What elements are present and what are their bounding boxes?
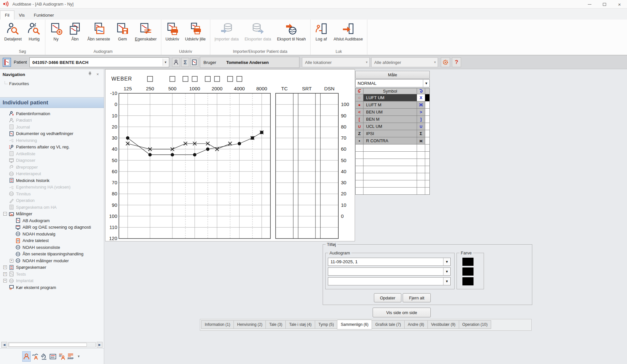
symbol-name-cell[interactable]: UCL UM xyxy=(363,123,417,130)
tab-tymp-5-[interactable]: Tymp (5) xyxy=(315,320,337,329)
microscope-icon[interactable] xyxy=(40,351,48,362)
symbol-row-empty[interactable] xyxy=(356,173,429,180)
summary-button[interactable]: Σ xyxy=(181,58,189,67)
weber-checkbox-750[interactable] xyxy=(183,76,188,82)
department-dropdown-icon[interactable]: ▼ xyxy=(432,61,438,64)
tab-henvisning-2-[interactable]: Henvisning (2) xyxy=(233,320,266,329)
ribbon-button-egenskaber[interactable]: Egenskaber xyxy=(132,20,160,49)
sidebar-item-noah-målinger-moduler[interactable]: +NOAH målinger moduler xyxy=(0,257,104,264)
sidebar-item-spørgeskemaer[interactable]: +Spørgeskemaer xyxy=(0,264,104,271)
ribbon-button-ny[interactable]: Ny xyxy=(47,20,66,49)
audiogram-select-1[interactable]: 11-09-2025, 1▼ xyxy=(328,258,451,266)
sidebar-item-ab-audiogram[interactable]: AB Audiogram xyxy=(0,217,104,224)
collapse-icon[interactable]: − xyxy=(3,212,7,216)
expand-icon[interactable]: + xyxy=(10,259,13,263)
symbol-name-cell[interactable]: BEN M xyxy=(363,116,417,123)
ribbon-button-detaljeret[interactable]: Detaljeret xyxy=(1,20,25,49)
settings-button[interactable] xyxy=(441,57,450,67)
symbol-name-cell[interactable]: IPSI xyxy=(363,130,417,137)
sidebar-item-favourites[interactable]: Favourites xyxy=(0,80,104,87)
close-panel-icon[interactable]: × xyxy=(95,72,101,77)
symbol-name-cell[interactable]: LUFT UM xyxy=(363,94,417,101)
symbol-row-ben-um[interactable]: <BEN UM> xyxy=(356,109,429,116)
department-filter-select[interactable]: Alle afdelinger ▼ xyxy=(371,57,438,67)
ribbon-button-åbn[interactable]: Åbn xyxy=(66,20,85,49)
expand-icon[interactable]: + xyxy=(3,272,7,276)
patient-icon[interactable] xyxy=(22,351,31,362)
weber-checkbox-3000[interactable] xyxy=(228,76,233,82)
patient-card-icon[interactable] xyxy=(49,351,57,362)
dropdown-icon[interactable]: ▼ xyxy=(443,278,450,285)
scrollbar-track[interactable] xyxy=(8,342,96,347)
help-button[interactable]: ? xyxy=(452,57,461,67)
ribbon-button-gem[interactable]: Gem xyxy=(113,20,132,49)
expand-icon[interactable]: + xyxy=(3,279,7,282)
symbol-name-cell[interactable]: LUFT M xyxy=(363,101,417,109)
location-dropdown-icon[interactable]: ▼ xyxy=(364,61,369,64)
tab-funktioner[interactable]: Funktioner xyxy=(29,10,58,20)
dropdown-icon[interactable]: ▼ xyxy=(443,268,450,275)
audiogram-select-3[interactable]: ▼ xyxy=(328,277,451,285)
sidebar-item-åbn-seneste-tilpasningshandling[interactable]: Åbn seneste tilpasningshandling xyxy=(0,251,104,258)
tab-sammenlign-6-[interactable]: Sammenlign (6) xyxy=(337,320,372,329)
symbol-row-ipsi[interactable]: ZIPSIΣ xyxy=(356,130,429,137)
color-swatch-1[interactable] xyxy=(462,258,474,266)
weber-checkbox-1000[interactable] xyxy=(192,76,197,82)
patient-window-icon[interactable] xyxy=(3,57,11,68)
symbol-row-r-contra[interactable]: •R CONTRAж xyxy=(356,137,429,144)
symbol-row-empty[interactable] xyxy=(356,166,429,173)
referral-icon[interactable] xyxy=(31,351,40,362)
close-button[interactable]: × xyxy=(612,0,627,8)
sidebar-item-abr-og-oae-screening-og-diagnosti[interactable]: ABR og OAE screening og diagnosti xyxy=(0,224,104,231)
ribbon-button-eksporter-data[interactable]: Eksporter data xyxy=(242,20,274,49)
tab-vis[interactable]: Vis xyxy=(14,10,29,20)
sidebar-item-målinger[interactable]: −Målinger xyxy=(0,211,104,218)
symbol-row-ben-m[interactable]: [BEN M] xyxy=(356,116,429,123)
more-tools-icon[interactable]: ▼ xyxy=(77,355,80,358)
tab-operation-10-[interactable]: Operation (10) xyxy=(459,320,491,329)
symbol-row-empty[interactable] xyxy=(356,180,429,188)
clear-all-button[interactable]: Fjern alt xyxy=(403,293,431,302)
tab-grafisk-tale-7-[interactable]: Grafisk tale (7) xyxy=(372,320,405,329)
pin-icon[interactable] xyxy=(87,72,93,77)
side-by-side-button[interactable]: Vis side om side xyxy=(373,308,431,317)
ribbon-button-udskriv[interactable]: Udskriv xyxy=(163,20,182,49)
color-swatch-3[interactable] xyxy=(462,277,474,285)
scroll-right-icon[interactable]: ▶ xyxy=(97,342,103,348)
ribbon-button-importer-data[interactable]: Importer data xyxy=(212,20,242,49)
audiogram-doc-button[interactable] xyxy=(190,58,198,67)
weber-checkbox-500[interactable] xyxy=(170,76,175,82)
ribbon-button-åbn-seneste[interactable]: Åbn seneste xyxy=(85,20,113,49)
sidebar-item-dokumenter-og-vedhæftninger[interactable]: Dokumenter og vedhæftninger xyxy=(0,130,104,137)
symbol-row-luft-m[interactable]: ●LUFT MЖ xyxy=(356,101,429,109)
patient-dropdown-icon[interactable]: ▼ xyxy=(163,59,168,66)
tab-andre-8-[interactable]: Andre (8) xyxy=(404,320,428,329)
patient-details-button[interactable] xyxy=(172,58,180,67)
sidebar-item-patientens-aftaler-og-vl-reg-[interactable]: Patientens aftaler og VL reg. xyxy=(0,144,104,151)
sidebar-item-andre-taletest[interactable]: Andre taletest xyxy=(0,237,104,244)
sidebar-item-noah-modulvalg[interactable]: NOAH modulvalg xyxy=(0,231,104,237)
ribbon-button-udskriv-lille[interactable]: Udskriv lille xyxy=(182,20,208,49)
journal-person-icon[interactable] xyxy=(57,351,66,362)
symbol-row-empty[interactable] xyxy=(356,152,429,159)
sidebar-item-medicinsk-historik[interactable]: Medicinsk historik xyxy=(0,177,104,184)
scroll-left-icon[interactable]: ◀ xyxy=(1,342,7,348)
ribbon-button-hurtig[interactable]: Hurtig xyxy=(25,20,44,49)
tab-vestibulær-9-[interactable]: Vestibulær (9) xyxy=(427,320,459,329)
symbol-row-luft-um[interactable]: ○LUFT UMX xyxy=(356,94,429,101)
audiogram-select-2[interactable]: ▼ xyxy=(328,267,451,276)
weber-checkbox-2000[interactable] xyxy=(215,76,220,82)
symbol-row-empty[interactable] xyxy=(356,159,429,166)
color-swatch-2[interactable] xyxy=(462,267,474,276)
tab-fil[interactable]: Fil xyxy=(0,10,14,20)
location-filter-select[interactable]: Alle lokationer ▼ xyxy=(302,57,370,67)
symbol-row-ucl-um[interactable]: ∪UCL UM∪ xyxy=(356,123,429,130)
scrollbar-thumb[interactable] xyxy=(9,343,87,347)
tab-information-1-[interactable]: Information (1) xyxy=(201,320,234,329)
ribbon-button-eksport-til-noah[interactable]: Eksport til Noah xyxy=(274,20,309,49)
weber-checkbox-250[interactable] xyxy=(147,76,153,82)
sidebar-item-kør-eksternt-program[interactable]: Kør eksternt program xyxy=(0,284,104,291)
symbol-row-empty[interactable] xyxy=(356,144,429,152)
ppp-icon[interactable]: PPP xyxy=(66,351,75,362)
ribbon-button-log-af[interactable]: Log af xyxy=(312,20,331,49)
